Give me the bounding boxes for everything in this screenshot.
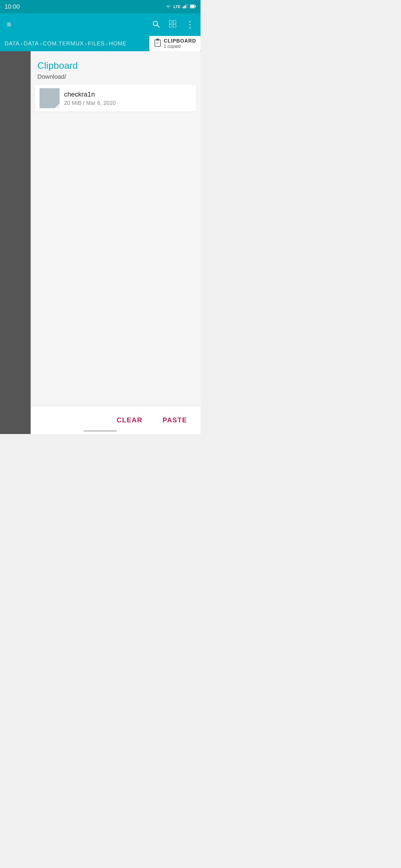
breadcrumb-chevron-1: › — [21, 40, 23, 47]
breadcrumb-items: DATA › DATA › COM.TERMUX › FILES › HOME — [4, 40, 149, 47]
file-name: checkra1n — [64, 90, 192, 98]
breadcrumb-chevron-3: › — [85, 40, 87, 47]
breadcrumb-bar: DATA › DATA › COM.TERMUX › FILES › HOME … — [0, 36, 200, 51]
status-bar: 10:00 LTE — [0, 0, 200, 13]
breadcrumb-comtermux[interactable]: COM.TERMUX — [43, 40, 84, 47]
file-meta: 20 MiB / Mar 6, 2020 — [64, 100, 192, 106]
svg-rect-4 — [187, 4, 188, 8]
main-content: Clipboard Download/ checkra1n 20 MiB / M… — [0, 51, 200, 434]
svg-rect-12 — [169, 25, 172, 27]
bottom-action-bar: CLEAR PASTE — [31, 406, 200, 434]
file-item[interactable]: checkra1n 20 MiB / Mar 6, 2020 — [35, 85, 196, 112]
breadcrumb-files[interactable]: FILES — [88, 40, 105, 47]
status-time: 10:00 — [4, 3, 20, 10]
breadcrumb-home[interactable]: HOME — [109, 40, 127, 47]
clipboard-badge-text: CLIPBOARD 1 copied — [164, 38, 196, 49]
svg-rect-2 — [185, 5, 186, 8]
clipboard-badge-icon — [154, 38, 162, 49]
clipboard-badge-count: 1 copied — [164, 44, 196, 49]
content-panel: Clipboard Download/ checkra1n 20 MiB / M… — [31, 51, 200, 434]
home-indicator — [84, 430, 117, 432]
file-info: checkra1n 20 MiB / Mar 6, 2020 — [64, 90, 192, 106]
battery-icon — [190, 4, 196, 10]
svg-rect-11 — [173, 21, 176, 23]
svg-rect-16 — [156, 42, 159, 42]
svg-rect-17 — [156, 43, 159, 44]
paste-button[interactable]: PASTE — [158, 414, 192, 426]
clipboard-subfolder: Download/ — [31, 73, 200, 85]
sidebar — [0, 51, 31, 434]
select-mode-icon[interactable] — [167, 18, 179, 31]
clear-button[interactable]: CLEAR — [112, 414, 147, 426]
app-bar: ≡ ⋮ — [0, 13, 200, 36]
svg-rect-3 — [186, 4, 187, 8]
file-thumbnail — [39, 88, 60, 108]
clipboard-title: Clipboard — [31, 51, 200, 73]
search-icon[interactable] — [150, 18, 162, 31]
breadcrumb-chevron-2: › — [40, 40, 42, 47]
breadcrumb-data1[interactable]: DATA — [4, 40, 20, 47]
svg-rect-15 — [156, 39, 159, 41]
svg-line-9 — [157, 25, 159, 27]
overflow-menu-icon[interactable]: ⋮ — [183, 18, 196, 31]
clipboard-badge-title: CLIPBOARD — [164, 38, 196, 44]
svg-rect-1 — [184, 6, 184, 8]
status-icons: LTE — [165, 4, 196, 10]
lte-icon: LTE — [173, 4, 180, 9]
svg-rect-10 — [169, 21, 172, 23]
svg-rect-14 — [155, 40, 161, 46]
clipboard-badge[interactable]: CLIPBOARD 1 copied — [149, 36, 200, 51]
svg-rect-7 — [195, 6, 196, 7]
svg-rect-6 — [191, 5, 194, 7]
wifi-icon — [165, 4, 171, 10]
svg-rect-0 — [183, 7, 183, 8]
menu-icon[interactable]: ≡ — [4, 18, 13, 31]
breadcrumb-chevron-4: › — [106, 40, 108, 47]
breadcrumb-data2[interactable]: DATA — [24, 40, 39, 47]
svg-rect-13 — [173, 25, 176, 27]
signal-icon — [183, 4, 188, 10]
